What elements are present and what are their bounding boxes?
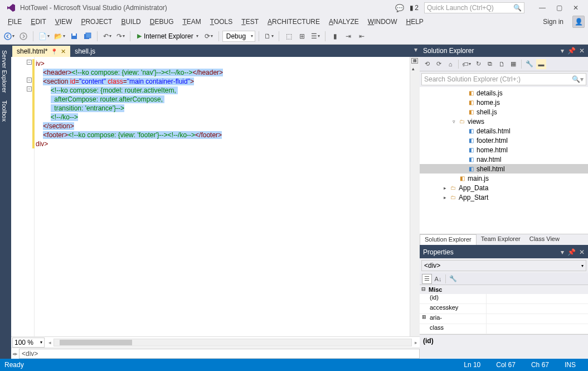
property-row[interactable]: (id) (420, 294, 588, 304)
toolbar-btn-f[interactable]: ⇥ (342, 30, 354, 42)
new-project-button[interactable]: 📄▾ (37, 30, 51, 42)
se-preview-icon[interactable]: ▬ (536, 59, 546, 69)
panel-pin-icon[interactable]: 📌 (567, 248, 576, 256)
tree-item[interactable]: ▸🗀App_Start (420, 192, 588, 202)
menu-team[interactable]: TEAM (178, 17, 205, 27)
se-wrench-icon[interactable]: 🔧 (524, 59, 534, 69)
redo-button[interactable]: ↷▾ (114, 30, 127, 42)
menu-tools[interactable]: TOOLS (206, 17, 237, 27)
toolbar-btn-g[interactable]: ⇤ (356, 30, 368, 42)
horizontal-scrollbar[interactable] (54, 339, 412, 346)
menu-edit[interactable]: EDIT (26, 17, 50, 27)
panel-dropdown-icon[interactable]: ▾ (561, 47, 564, 55)
se-back-icon[interactable]: ⟲ (422, 59, 432, 69)
se-sync-icon[interactable]: 🏷▾ (461, 59, 472, 69)
code-editor[interactable]: − − − iv> <header><!--ko compose: {view:… (11, 57, 420, 336)
fold-toggle[interactable]: − (27, 78, 32, 83)
zoom-dropdown[interactable]: 100 %▾ (12, 338, 45, 348)
minimize-button[interactable]: — (534, 2, 550, 13)
crumb-left[interactable]: ◂▸ (11, 351, 19, 356)
toolbar-btn-d[interactable]: ☰▾ (309, 30, 322, 42)
tree-item[interactable]: ◧footer.html (420, 136, 588, 145)
tree-item[interactable]: ▿🗀views (420, 117, 588, 126)
menu-project[interactable]: PROJECT (76, 17, 116, 27)
se-properties-icon[interactable]: ▦ (508, 59, 518, 69)
menu-view[interactable]: VIEW (51, 17, 77, 27)
solution-explorer-search[interactable]: Search Solution Explorer (Ctrl+;)🔍▾ (421, 73, 586, 85)
doc-tab[interactable]: shell.html*📍✕ (12, 46, 70, 57)
open-file-button[interactable]: 📂▾ (52, 30, 67, 42)
toolbar-btn-c[interactable]: ⊞ (296, 30, 308, 42)
toolbar-btn-a[interactable]: 🗋▾ (263, 30, 275, 42)
prop-categorized-icon[interactable]: ☰ (422, 274, 432, 284)
properties-element-dropdown[interactable]: <div>▾ (421, 260, 586, 271)
undo-button[interactable]: ↶▾ (101, 30, 113, 42)
save-button[interactable] (68, 30, 80, 42)
save-all-button[interactable] (81, 30, 94, 42)
feedback-icon[interactable]: 💬 (395, 4, 404, 12)
properties-grid[interactable]: Misc (id)accesskey⊞aria-class (420, 285, 588, 334)
se-collapse-icon[interactable]: ⧉ (485, 59, 495, 69)
tree-item[interactable]: ◧details.js (420, 88, 588, 98)
prop-category[interactable]: Misc (420, 285, 588, 294)
pin-icon[interactable]: 📍 (51, 49, 57, 55)
config-dropdown[interactable]: Debug (222, 31, 255, 42)
se-refresh-icon[interactable]: ↻ (473, 59, 483, 69)
close-tab-icon[interactable]: ✕ (61, 48, 66, 55)
toolbar-btn-e[interactable]: ▮ (329, 30, 341, 42)
maximize-button[interactable]: ▢ (551, 2, 567, 13)
tree-item[interactable]: ◧shell.html (420, 164, 588, 174)
panel-pin-icon[interactable]: 📌 (567, 47, 576, 55)
tree-item[interactable]: ◧details.html (420, 126, 588, 136)
nav-back-button[interactable]: ▾ (2, 30, 16, 42)
quick-launch-input[interactable]: Quick Launch (Ctrl+Q)🔍 (424, 2, 524, 13)
menu-test[interactable]: TEST (237, 17, 263, 27)
scroll-up-icon[interactable]: ▴ (412, 66, 415, 71)
property-row[interactable]: class (420, 324, 588, 334)
prop-alpha-icon[interactable]: A↓ (433, 274, 443, 284)
close-button[interactable]: ✕ (568, 2, 584, 13)
prop-events-icon[interactable]: 🔧 (448, 274, 458, 284)
tree-item[interactable]: ◧home.html (420, 145, 588, 155)
sign-in-link[interactable]: Sign in (537, 17, 569, 27)
doc-tab[interactable]: shell.js (70, 46, 100, 57)
panel-close-icon[interactable]: ✕ (579, 47, 585, 55)
hscroll-left[interactable]: ◂ (46, 340, 54, 345)
property-row[interactable]: ⊞aria- (420, 314, 588, 324)
menu-window[interactable]: WINDOW (363, 17, 402, 27)
split-icon[interactable]: ▤ (411, 58, 418, 64)
panel-tab[interactable]: Class View (525, 234, 564, 245)
fold-toggle[interactable]: − (27, 86, 32, 91)
fold-toggle[interactable]: − (27, 60, 32, 65)
panel-tab[interactable]: Team Explorer (477, 234, 525, 245)
side-tab-server-explorer[interactable]: Server Explorer (0, 47, 11, 96)
panel-tab[interactable]: Solution Explorer (420, 234, 477, 245)
se-home-icon[interactable]: ⌂ (445, 59, 455, 69)
tree-item[interactable]: ◧shell.js (420, 107, 588, 117)
menu-debug[interactable]: DEBUG (145, 17, 178, 27)
browser-refresh-button[interactable]: ⟳▾ (203, 30, 215, 42)
start-debug-button[interactable]: ▶ Internet Explorer▾ (134, 30, 202, 42)
tree-item[interactable]: ◧main.js (420, 174, 588, 183)
tree-item[interactable]: ▸🗀App_Data (420, 183, 588, 192)
menu-analyze[interactable]: ANALYZE (324, 17, 363, 27)
se-fwd-icon[interactable]: ⟳ (434, 59, 444, 69)
tree-item[interactable]: ◧home.js (420, 98, 588, 107)
menu-help[interactable]: HELP (401, 17, 427, 27)
tree-item[interactable]: ◧nav.html (420, 155, 588, 164)
panel-dropdown-icon[interactable]: ▾ (561, 248, 564, 256)
hscroll-right[interactable]: ▸ (412, 340, 420, 345)
side-tab-toolbox[interactable]: Toolbox (0, 97, 11, 125)
tabs-dropdown-icon[interactable]: ▾ (414, 46, 417, 54)
property-row[interactable]: accesskey (420, 304, 588, 314)
notifications-badge[interactable]: ▮2 (410, 4, 419, 12)
menu-build[interactable]: BUILD (116, 17, 145, 27)
user-avatar-icon[interactable]: 👤 (572, 16, 585, 28)
element-crumb[interactable]: <div> (19, 349, 420, 359)
se-showall-icon[interactable]: 🗋 (497, 59, 507, 69)
panel-close-icon[interactable]: ✕ (579, 248, 585, 256)
solution-tree[interactable]: ◧details.js◧home.js◧shell.js▿🗀views◧deta… (420, 87, 588, 234)
nav-fwd-button[interactable] (17, 30, 30, 42)
toolbar-btn-b[interactable]: ⬚ (283, 30, 295, 42)
menu-file[interactable]: FILE (3, 17, 26, 27)
